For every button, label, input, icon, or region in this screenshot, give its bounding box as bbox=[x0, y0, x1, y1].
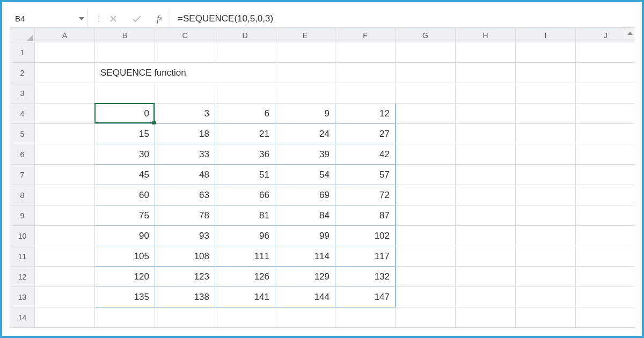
cell[interactable] bbox=[576, 205, 635, 226]
cell[interactable] bbox=[396, 226, 456, 246]
cell[interactable] bbox=[35, 307, 95, 328]
cell[interactable] bbox=[516, 165, 576, 185]
row-header[interactable]: 8 bbox=[10, 185, 35, 205]
cell[interactable]: 132 bbox=[335, 267, 396, 287]
cell[interactable]: 33 bbox=[155, 144, 215, 165]
cell[interactable] bbox=[576, 104, 635, 124]
enter-icon[interactable] bbox=[132, 15, 142, 23]
cell[interactable] bbox=[155, 307, 215, 328]
cell[interactable]: 90 bbox=[95, 226, 155, 246]
formula-input[interactable]: =SEQUENCE(10,5,0,3) bbox=[170, 10, 634, 27]
cell[interactable] bbox=[456, 287, 516, 307]
row-header[interactable]: 3 bbox=[10, 83, 35, 104]
col-header[interactable]: C bbox=[155, 28, 215, 42]
scroll-up-icon[interactable] bbox=[625, 28, 634, 39]
cell[interactable]: 135 bbox=[95, 287, 155, 307]
cell[interactable] bbox=[576, 165, 635, 185]
cell[interactable] bbox=[396, 267, 456, 287]
cell[interactable] bbox=[516, 144, 576, 165]
fx-icon[interactable]: fx bbox=[157, 13, 162, 24]
cell[interactable] bbox=[576, 246, 635, 267]
cell[interactable]: 138 bbox=[155, 287, 215, 307]
col-header[interactable]: F bbox=[335, 28, 396, 42]
cell[interactable]: 102 bbox=[335, 226, 396, 246]
cell[interactable]: 105 bbox=[95, 246, 155, 267]
cell[interactable] bbox=[35, 328, 95, 329]
cell[interactable]: 108 bbox=[155, 246, 215, 267]
cell[interactable] bbox=[396, 165, 456, 185]
cell-B4[interactable]: 0 bbox=[95, 104, 155, 124]
cell[interactable] bbox=[576, 287, 635, 307]
cell[interactable] bbox=[576, 328, 635, 329]
cell[interactable] bbox=[576, 63, 635, 83]
cell[interactable] bbox=[396, 42, 456, 63]
cell[interactable] bbox=[335, 42, 396, 63]
cell[interactable] bbox=[456, 124, 516, 144]
cell[interactable] bbox=[516, 226, 576, 246]
cell[interactable]: 114 bbox=[275, 246, 335, 267]
cell[interactable]: 24 bbox=[275, 124, 335, 144]
cell[interactable] bbox=[576, 42, 635, 63]
cell[interactable] bbox=[215, 307, 275, 328]
cell[interactable] bbox=[95, 328, 155, 329]
row-header[interactable]: 12 bbox=[10, 267, 35, 287]
cell[interactable] bbox=[215, 328, 275, 329]
cell[interactable] bbox=[215, 83, 275, 104]
cell[interactable] bbox=[516, 205, 576, 226]
spreadsheet-grid[interactable]: A B C D E F G H I J K 1 2SEQUENCE functi… bbox=[10, 28, 634, 328]
cell[interactable]: 45 bbox=[95, 165, 155, 185]
cell[interactable]: 54 bbox=[275, 165, 335, 185]
cell[interactable]: 48 bbox=[155, 165, 215, 185]
cell[interactable]: 18 bbox=[155, 124, 215, 144]
cell[interactable]: 21 bbox=[215, 124, 275, 144]
cell[interactable]: 12 bbox=[335, 104, 396, 124]
chevron-down-icon[interactable] bbox=[79, 17, 84, 20]
cancel-icon[interactable] bbox=[109, 15, 117, 23]
cell[interactable] bbox=[456, 226, 516, 246]
cell[interactable] bbox=[576, 124, 635, 144]
cell[interactable]: 144 bbox=[275, 287, 335, 307]
cell[interactable] bbox=[275, 63, 335, 83]
cell[interactable] bbox=[396, 144, 456, 165]
cell[interactable] bbox=[275, 42, 335, 63]
col-header[interactable]: D bbox=[215, 28, 275, 42]
row-header[interactable]: 14 bbox=[10, 307, 35, 328]
cell[interactable] bbox=[396, 83, 456, 104]
cell[interactable] bbox=[456, 205, 516, 226]
cell[interactable] bbox=[396, 246, 456, 267]
col-header[interactable]: A bbox=[35, 28, 95, 42]
cell[interactable] bbox=[516, 287, 576, 307]
cell[interactable]: 84 bbox=[275, 205, 335, 226]
cell[interactable]: 63 bbox=[155, 185, 215, 205]
cell[interactable] bbox=[335, 328, 396, 329]
cell[interactable] bbox=[516, 185, 576, 205]
cell[interactable] bbox=[456, 165, 516, 185]
cell[interactable] bbox=[516, 42, 576, 63]
cell[interactable]: 6 bbox=[215, 104, 275, 124]
cell[interactable] bbox=[456, 307, 516, 328]
cell[interactable]: 78 bbox=[155, 205, 215, 226]
cell[interactable] bbox=[396, 287, 456, 307]
cell[interactable] bbox=[35, 287, 95, 307]
row-header[interactable]: 13 bbox=[10, 287, 35, 307]
cell[interactable] bbox=[576, 267, 635, 287]
cell[interactable] bbox=[576, 144, 635, 165]
cell[interactable] bbox=[396, 205, 456, 226]
cell[interactable] bbox=[396, 328, 456, 329]
cell[interactable] bbox=[516, 328, 576, 329]
cell[interactable] bbox=[396, 307, 456, 328]
cell[interactable] bbox=[35, 42, 95, 63]
cell[interactable] bbox=[456, 83, 516, 104]
cell[interactable]: 15 bbox=[95, 124, 155, 144]
cell[interactable] bbox=[396, 124, 456, 144]
cell[interactable] bbox=[35, 63, 95, 83]
cell[interactable] bbox=[95, 83, 155, 104]
row-header[interactable]: 1 bbox=[10, 42, 35, 63]
col-header[interactable]: G bbox=[396, 28, 456, 42]
row-header[interactable]: 7 bbox=[10, 165, 35, 185]
cell[interactable]: 120 bbox=[95, 267, 155, 287]
col-header[interactable]: B bbox=[95, 28, 155, 42]
cell[interactable] bbox=[576, 185, 635, 205]
cell[interactable]: 3 bbox=[155, 104, 215, 124]
cell[interactable]: 96 bbox=[215, 226, 275, 246]
